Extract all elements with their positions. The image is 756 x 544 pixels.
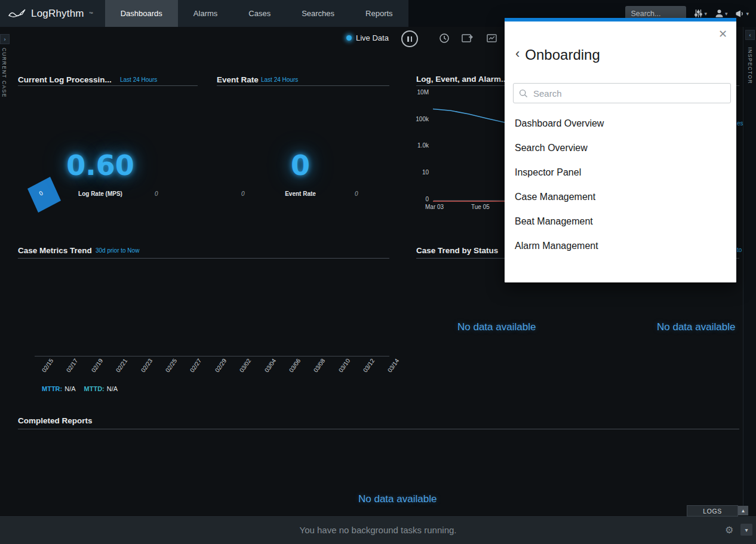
onboarding-item[interactable]: Beat Management xyxy=(505,209,736,233)
current-case-label: CURRENT CASE xyxy=(1,48,7,98)
export-dashboard-button[interactable] xyxy=(487,33,498,43)
log-rate-value: 0.60 xyxy=(59,149,142,182)
expand-left-icon[interactable]: ‹ xyxy=(745,30,755,40)
nav-tabs-group: LogRhythm™ Dashboards Alarms Cases Searc… xyxy=(0,0,408,27)
panel-title-completed-reports: Completed Reports xyxy=(18,416,93,425)
panel-range-log-processing[interactable]: Last 24 Hours xyxy=(120,76,157,83)
x-axis-label: Mar 03 xyxy=(425,204,444,210)
user-icon xyxy=(715,9,724,18)
user-menu-button[interactable]: ▾ xyxy=(715,9,728,18)
onboarding-item[interactable]: Dashboard Overview xyxy=(505,111,736,136)
export-dashboard-icon xyxy=(487,33,498,43)
background-tasks-status: You have no background tasks running. xyxy=(0,516,756,544)
x-axis-label: 02/27 xyxy=(183,358,204,383)
no-data-message: No data available xyxy=(358,493,437,505)
search-icon xyxy=(519,89,528,98)
panel-divider xyxy=(18,429,739,429)
tab-label: Alarms xyxy=(193,9,217,18)
panel-range-event-rate[interactable]: Last 24 Hours xyxy=(261,76,298,83)
gauge-min-label: 0 xyxy=(241,190,245,197)
tab-alarms[interactable]: Alarms xyxy=(178,0,233,27)
logs-tab[interactable]: LOGS xyxy=(687,505,738,517)
logrhythm-logo-icon xyxy=(8,8,26,20)
mttr-label: MTTR: xyxy=(42,385,62,392)
panel-divider xyxy=(18,85,198,86)
tab-label: Dashboards xyxy=(121,9,162,18)
onboarding-item[interactable]: Case Management xyxy=(505,185,736,209)
tab-dashboards[interactable]: Dashboards xyxy=(105,0,178,27)
x-axis-label: 02/17 xyxy=(60,358,81,383)
logs-label: LOGS xyxy=(703,508,722,515)
mttd-label: MTTD: xyxy=(84,385,105,392)
chevron-down-icon: ▾ xyxy=(725,11,728,17)
live-data-label: Live Data xyxy=(356,33,389,42)
popup-accent-stripe xyxy=(505,18,736,21)
status-bar: You have no background tasks running. ⚙ … xyxy=(0,515,756,544)
x-axis-label: 02/29 xyxy=(208,358,229,383)
mttd-value: N/A xyxy=(107,385,118,392)
time-range-button[interactable] xyxy=(439,33,450,44)
inspector-strip: ‹ INSPECTOR xyxy=(743,27,756,506)
event-rate-label: Event Rate xyxy=(259,190,342,197)
panel-range-case-metrics[interactable]: 30d prior to Now xyxy=(96,247,139,254)
tab-reports[interactable]: Reports xyxy=(350,0,408,27)
live-data-dot-icon xyxy=(346,35,352,41)
x-axis-label: 03/02 xyxy=(233,358,254,383)
close-icon[interactable]: ✕ xyxy=(718,29,727,39)
equalizer-icon xyxy=(694,9,703,18)
tab-searches[interactable]: Searches xyxy=(286,0,350,27)
announcement-horn-icon xyxy=(735,10,745,18)
inspector-label: INSPECTOR xyxy=(747,47,753,84)
x-axis-label: 03/08 xyxy=(307,358,328,383)
popup-search-input[interactable] xyxy=(532,88,725,99)
event-rate-value: 0 xyxy=(259,149,342,182)
brand-name: LogRhythm xyxy=(31,8,84,20)
onboarding-popup: ✕ ‹ Onboarding Dashboard OverviewSearch … xyxy=(505,18,736,282)
pause-button[interactable] xyxy=(401,30,418,47)
panel-title-log-processing: Current Log Processin... xyxy=(18,75,112,84)
gear-icon[interactable]: ⚙ xyxy=(725,524,733,536)
gauge-max-label: 0 xyxy=(155,190,158,197)
popup-search-box[interactable] xyxy=(513,83,731,103)
x-axis-label: 02/19 xyxy=(84,358,105,383)
collapse-statusbar-button[interactable]: ▾ xyxy=(740,524,752,536)
popup-header: ‹ Onboarding xyxy=(515,47,600,63)
tab-label: Cases xyxy=(248,9,271,18)
open-panel-icon xyxy=(462,33,473,43)
panel-divider xyxy=(217,85,389,86)
panel-title-case-metrics: Case Metrics Trend xyxy=(18,246,92,255)
log-rate-label: Log Rate (MPS) xyxy=(59,190,142,197)
logs-expand-button[interactable]: ▲ xyxy=(738,506,748,515)
x-axis-label: 02/15 xyxy=(35,358,56,383)
x-axis-label: 03/14 xyxy=(381,358,402,383)
tab-cases[interactable]: Cases xyxy=(233,0,286,27)
app-root: LogRhythm™ Dashboards Alarms Cases Searc… xyxy=(0,0,756,544)
onboarding-item[interactable]: Search Overview xyxy=(505,136,736,160)
x-axis-label: 02/25 xyxy=(159,358,180,383)
chevron-down-icon: ▾ xyxy=(746,11,749,17)
case-metrics-legend: MTTR:N/AMTTD:N/A xyxy=(42,385,118,392)
add-widget-button[interactable] xyxy=(462,33,473,43)
x-axis-label: 03/04 xyxy=(257,358,278,383)
chevron-down-icon: ▾ xyxy=(704,11,707,17)
logs-series-line xyxy=(433,109,505,123)
back-chevron-icon[interactable]: ‹ xyxy=(515,47,520,60)
panel-title-case-trend: Case Trend by Status xyxy=(416,246,498,255)
announcements-button[interactable]: ▾ xyxy=(735,10,749,18)
no-data-message: No data available xyxy=(457,321,536,333)
logrhythm-logo[interactable]: LogRhythm™ xyxy=(0,0,105,27)
live-data-indicator[interactable]: Live Data xyxy=(346,33,389,42)
filter-settings-button[interactable]: ▾ xyxy=(694,9,707,18)
panel-title-log-event-alarm: Log, Event, and Alarm... xyxy=(416,75,508,84)
x-axis-label: 02/23 xyxy=(134,358,155,383)
x-axis: 02/1502/1702/1902/2102/2302/2502/2702/29… xyxy=(29,359,401,367)
current-case-panel-tab[interactable]: › CURRENT CASE xyxy=(0,34,10,98)
onboarding-item[interactable]: Inspector Panel xyxy=(505,160,736,185)
onboarding-item[interactable]: Alarm Management xyxy=(505,233,736,258)
pause-icon xyxy=(407,36,409,42)
expand-right-icon[interactable]: › xyxy=(0,34,10,44)
brand-tm: ™ xyxy=(89,11,93,16)
panel-title-event-rate: Event Rate xyxy=(217,75,259,84)
x-axis-label: 03/06 xyxy=(282,358,303,383)
x-axis-label: Tue 05 xyxy=(471,204,490,210)
